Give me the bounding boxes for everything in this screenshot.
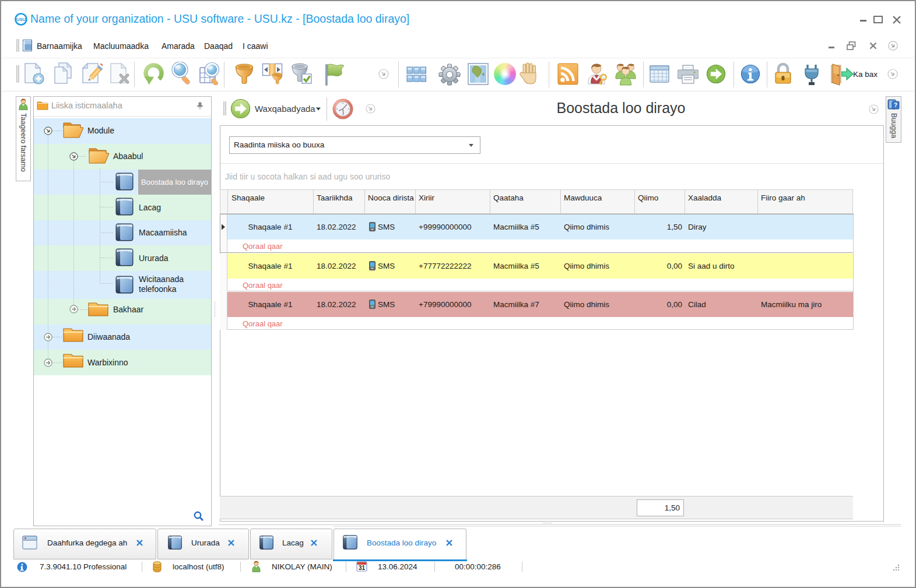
svg-text:31: 31 bbox=[359, 565, 366, 571]
svg-text:?: ? bbox=[894, 102, 897, 108]
svg-text:USU: USU bbox=[16, 17, 26, 22]
